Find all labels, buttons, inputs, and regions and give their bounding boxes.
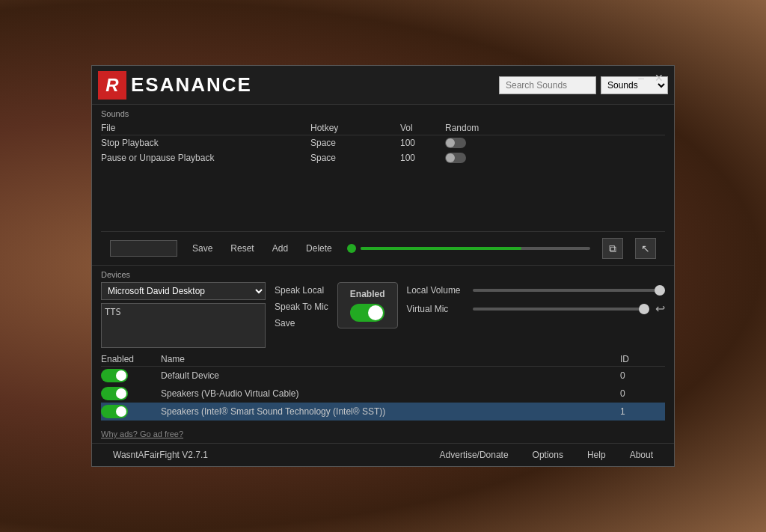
device3-enabled-toggle[interactable] — [101, 405, 128, 418]
device3-id: 1 — [620, 406, 665, 417]
delete-button[interactable]: Delete — [303, 242, 335, 255]
row1-hotkey: Space — [310, 138, 400, 148]
row1-vol: 100 — [400, 138, 445, 148]
footer-options[interactable]: Options — [521, 447, 575, 463]
virtual-mic-label: Virtual Mic — [407, 304, 467, 314]
local-volume-row: Local Volume — [407, 285, 666, 296]
app-window: R ESANANCE Sounds – ✕ Sounds File Hotkey… — [91, 65, 675, 467]
logo-r-icon: R — [98, 71, 126, 100]
sounds-section-label: Sounds — [101, 109, 665, 118]
dl-col-id: ID — [620, 354, 665, 364]
save-row: Save — [275, 318, 295, 328]
window-buttons: – ✕ — [634, 70, 668, 85]
device3-name: Speakers (Intel® Smart Sound Technology … — [161, 406, 620, 417]
volume-slider-container — [347, 244, 590, 253]
dl-col-enabled: Enabled — [101, 354, 161, 364]
footer-version: WasntAFairFight V2.7.1 — [101, 447, 220, 463]
virtual-mic-handle — [639, 304, 649, 314]
logo-area: R ESANANCE — [98, 71, 499, 100]
devices-section-label: Devices — [101, 270, 665, 279]
footer-bar: WasntAFairFight V2.7.1 Advertise/Donate … — [92, 443, 674, 466]
speak-to-mic-row: Speak To Mic — [275, 302, 328, 312]
volume-dot-icon — [347, 244, 356, 253]
reset-button[interactable]: Reset — [227, 242, 257, 255]
device-list-header: Enabled Name ID — [101, 352, 665, 367]
local-volume-slider[interactable] — [473, 289, 666, 292]
sounds-panel: Sounds File Hotkey Vol Random Stop Playb… — [92, 105, 674, 265]
cursor-icon-button[interactable]: ↖ — [635, 238, 656, 259]
devices-panel: Devices Microsoft David Desktop TTS Spea… — [92, 265, 674, 425]
dl-col-name: Name — [161, 354, 620, 364]
device1-enabled-toggle[interactable] — [101, 369, 128, 382]
footer-spacer — [220, 447, 428, 463]
add-button[interactable]: Add — [269, 242, 291, 255]
close-button[interactable]: ✕ — [650, 70, 668, 85]
local-volume-handle — [655, 285, 665, 296]
sounds-bottom-controls: Space Save Reset Add Delete ⧉ ↖ — [101, 231, 665, 265]
volume-fill — [361, 247, 521, 250]
row1-file: Stop Playback — [101, 138, 310, 148]
logo-text: ESANANCE — [131, 73, 252, 97]
col-hotkey: Hotkey — [310, 123, 400, 133]
local-volume-label: Local Volume — [407, 285, 467, 296]
table-row[interactable]: Stop Playback Space 100 — [101, 135, 665, 150]
enabled-panel: Enabled — [337, 282, 398, 328]
device-dropdown[interactable]: Microsoft David Desktop — [101, 282, 266, 300]
device2-enabled-toggle[interactable] — [101, 387, 128, 400]
ads-bar[interactable]: Why ads? Go ad free? — [92, 425, 674, 443]
speak-local-row: Speak Local — [275, 285, 324, 296]
virtual-mic-slider[interactable] — [473, 308, 650, 311]
hotkey-input[interactable]: Space — [110, 240, 177, 257]
copy-icon-button[interactable]: ⧉ — [602, 238, 623, 259]
table-row[interactable]: Pause or Unpause Playback Space 100 — [101, 150, 665, 165]
device-list-row[interactable]: Speakers (Intel® Smart Sound Technology … — [101, 403, 665, 421]
device-middle: Speak Local Speak To Mic Save — [275, 282, 328, 328]
footer-advertise[interactable]: Advertise/Donate — [428, 447, 521, 463]
col-vol: Vol — [400, 123, 445, 133]
device1-id: 0 — [620, 370, 665, 381]
device-save-label: Save — [275, 318, 295, 328]
main-content: Sounds File Hotkey Vol Random Stop Playb… — [92, 105, 674, 466]
row2-file: Pause or Unpause Playback — [101, 153, 310, 163]
device2-name: Speakers (VB-Audio Virtual Cable) — [161, 388, 620, 399]
tts-textarea[interactable]: TTS — [101, 303, 266, 348]
device1-name: Default Device — [161, 370, 620, 381]
col-random: Random — [445, 123, 505, 133]
device-list: Enabled Name ID Default Device 0 Speaker… — [101, 352, 665, 421]
speak-to-mic-label: Speak To Mic — [275, 302, 328, 312]
minimize-button[interactable]: – — [634, 70, 649, 85]
search-sounds-input[interactable] — [499, 76, 596, 94]
device-left: Microsoft David Desktop TTS — [101, 282, 266, 348]
sounds-table-header: File Hotkey Vol Random — [101, 121, 665, 135]
devices-row: Microsoft David Desktop TTS Speak Local … — [101, 282, 665, 348]
row2-hotkey: Space — [310, 153, 400, 163]
row1-random-toggle[interactable] — [445, 138, 466, 148]
link-icon[interactable]: ↩ — [655, 302, 665, 316]
enabled-panel-label: Enabled — [350, 289, 385, 299]
speak-local-label: Speak Local — [275, 285, 324, 296]
row2-vol: 100 — [400, 153, 445, 163]
device2-id: 0 — [620, 388, 665, 399]
row2-random-toggle[interactable] — [445, 153, 466, 163]
empty-area — [101, 165, 665, 225]
footer-about[interactable]: About — [618, 447, 665, 463]
footer-nav: WasntAFairFight V2.7.1 Advertise/Donate … — [101, 447, 665, 463]
device-list-row[interactable]: Default Device 0 — [101, 367, 665, 385]
virtual-mic-row: Virtual Mic — [407, 304, 650, 314]
device-right: Local Volume Virtual Mic ↩ — [407, 282, 666, 316]
save-button[interactable]: Save — [189, 242, 215, 255]
col-file: File — [101, 123, 310, 133]
footer-help[interactable]: Help — [575, 447, 618, 463]
volume-track[interactable] — [361, 247, 590, 250]
title-bar: R ESANANCE Sounds – ✕ — [92, 66, 674, 105]
enabled-toggle[interactable] — [350, 304, 384, 322]
device-list-row[interactable]: Speakers (VB-Audio Virtual Cable) 0 — [101, 385, 665, 403]
